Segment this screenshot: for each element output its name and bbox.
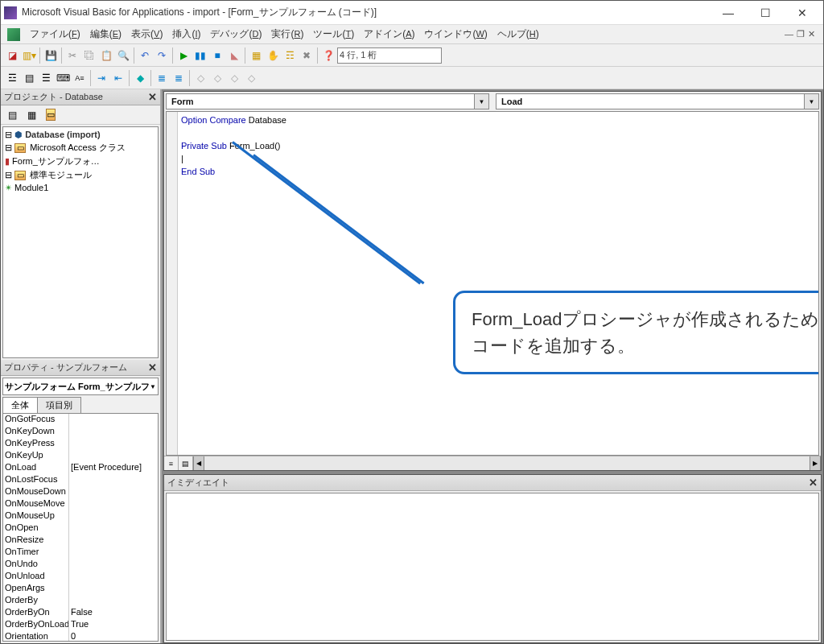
tree-form-item[interactable]: ▮ Form_サンプルフォ… <box>5 155 156 168</box>
tree-project-node[interactable]: ⊟ ⬢ Database (import) <box>5 129 156 141</box>
outdent-button[interactable]: ⇤ <box>110 70 126 86</box>
project-panel-close-button[interactable]: ✕ <box>148 91 157 103</box>
property-row[interactable]: OnOpen <box>3 522 158 535</box>
properties-button[interactable]: ✋ <box>265 47 281 64</box>
menu-tools[interactable]: ツール(T) <box>308 26 359 43</box>
property-value[interactable] <box>69 510 158 522</box>
code-editor[interactable]: Option Compare Database Private Sub Form… <box>166 111 819 456</box>
mdi-restore-button[interactable]: ❐ <box>797 29 805 39</box>
property-value[interactable]: [Event Procedure] <box>69 462 158 474</box>
properties-panel-close-button[interactable]: ✕ <box>148 361 157 374</box>
property-value[interactable] <box>69 414 158 426</box>
break-button[interactable]: ▮▮ <box>192 47 208 64</box>
property-row[interactable]: OnGotFocus <box>3 414 158 426</box>
menu-edit[interactable]: 編集(E) <box>85 26 126 43</box>
toolbox-button[interactable]: ✖ <box>299 47 315 64</box>
properties-grid[interactable]: OnGotFocusOnKeyDownOnKeyPressOnKeyUpOnLo… <box>2 413 159 642</box>
object-browser-button[interactable]: ☶ <box>282 47 298 64</box>
property-row[interactable]: OnMouseUp <box>3 510 158 522</box>
quick-info-button[interactable]: ☰ <box>38 70 54 86</box>
menu-window[interactable]: ウインドウ(W) <box>419 26 492 43</box>
undo-button[interactable]: ↶ <box>137 47 153 64</box>
menu-help[interactable]: ヘルプ(H) <box>492 26 544 43</box>
mdi-close-button[interactable]: ✕ <box>808 29 815 39</box>
property-value[interactable] <box>69 559 158 571</box>
list-properties-button[interactable]: ☲ <box>4 70 20 86</box>
bookmark-clear-button[interactable]: ◇ <box>226 70 242 86</box>
property-row[interactable]: OnKeyPress <box>3 438 158 450</box>
minimize-button[interactable]: — <box>717 5 740 21</box>
view-code-button[interactable]: ▤ <box>4 107 20 123</box>
property-row[interactable]: OnUnload <box>3 571 158 583</box>
menu-file[interactable]: ファイル(F) <box>25 26 85 43</box>
property-row[interactable]: OnMouseDown <box>3 486 158 498</box>
property-value[interactable] <box>69 426 158 438</box>
properties-tab-categorized[interactable]: 項目別 <box>38 397 81 413</box>
property-row[interactable]: OnMouseMove <box>3 498 158 510</box>
property-value[interactable] <box>69 535 158 547</box>
parameter-info-button[interactable]: ⌨ <box>55 70 71 86</box>
property-row[interactable]: OnLostFocus <box>3 474 158 486</box>
scroll-left-button[interactable]: ◀ <box>193 456 204 470</box>
immediate-input[interactable] <box>166 493 819 641</box>
bookmark-next-button[interactable]: ◇ <box>192 70 208 86</box>
property-row[interactable]: OnResize <box>3 535 158 547</box>
help-button[interactable]: ❓ <box>320 47 336 64</box>
uncomment-block-button[interactable]: ≣ <box>171 70 187 86</box>
close-button[interactable]: ✕ <box>791 5 814 21</box>
property-value[interactable]: 0 <box>69 631 158 642</box>
procedure-view-button[interactable]: ≡ <box>164 456 179 470</box>
run-button[interactable]: ▶ <box>175 47 192 64</box>
project-explorer-button[interactable]: ▦ <box>248 47 264 64</box>
property-value[interactable] <box>69 595 158 607</box>
property-row[interactable]: OrderByOnLoadTrue <box>3 619 158 631</box>
property-row[interactable]: OnTimer <box>3 547 158 559</box>
comment-block-button[interactable]: ≣ <box>154 70 170 86</box>
horizontal-scrollbar[interactable] <box>204 456 810 470</box>
property-value[interactable] <box>69 498 158 510</box>
property-value[interactable] <box>69 547 158 559</box>
property-row[interactable]: OrderBy <box>3 595 158 607</box>
property-value[interactable] <box>69 450 158 462</box>
bookmark-toggle-button[interactable]: ◆ <box>132 70 148 86</box>
scroll-right-button[interactable]: ▶ <box>810 456 821 470</box>
property-value[interactable] <box>69 522 158 535</box>
tree-module-item[interactable]: ✴ Module1 <box>5 182 156 194</box>
menu-addins[interactable]: アドイン(A) <box>359 26 419 43</box>
property-row[interactable]: OnKeyUp <box>3 450 158 462</box>
immediate-close-button[interactable]: ✕ <box>809 477 818 489</box>
property-row[interactable]: OnUndo <box>3 559 158 571</box>
properties-tab-alphabetic[interactable]: 全体 <box>2 397 38 413</box>
property-row[interactable]: OnKeyDown <box>3 426 158 438</box>
menu-run[interactable]: 実行(R) <box>266 26 308 43</box>
project-tree[interactable]: ⊟ ⬢ Database (import) ⊟ ▭ Microsoft Acce… <box>2 126 159 358</box>
property-value[interactable] <box>69 486 158 498</box>
menu-debug[interactable]: デバッグ(D) <box>205 26 266 43</box>
property-value[interactable] <box>69 474 158 486</box>
property-row[interactable]: OpenArgs <box>3 583 158 595</box>
bookmark-all-button[interactable]: ◇ <box>243 70 259 86</box>
list-constants-button[interactable]: ▤ <box>21 70 37 86</box>
find-button[interactable]: 🔍 <box>115 47 131 64</box>
property-row[interactable]: OrderByOnFalse <box>3 607 158 619</box>
complete-word-button[interactable]: A≡ <box>72 70 88 86</box>
menu-view[interactable]: 表示(V) <box>126 26 167 43</box>
cut-button[interactable]: ✂ <box>64 47 80 64</box>
save-button[interactable]: 💾 <box>43 47 59 64</box>
tree-modules-folder[interactable]: ⊟ ▭ 標準モジュール <box>5 168 156 182</box>
object-combo[interactable]: Form▼ <box>166 93 489 109</box>
design-mode-button[interactable]: ◣ <box>226 47 242 64</box>
insert-module-button[interactable]: ▥▾ <box>21 47 37 64</box>
property-value[interactable] <box>69 571 158 583</box>
view-object-button[interactable]: ▦ <box>23 107 39 123</box>
copy-button[interactable]: ⿻ <box>81 47 97 64</box>
properties-object-combo[interactable]: サンプルフォーム Form_サンプルフ ▼ <box>2 378 159 395</box>
reset-button[interactable]: ■ <box>209 47 225 64</box>
bookmark-prev-button[interactable]: ◇ <box>209 70 225 86</box>
property-value[interactable]: False <box>69 607 158 619</box>
menu-insert[interactable]: 挿入(I) <box>167 26 205 43</box>
procedure-combo[interactable]: Load▼ <box>496 93 819 109</box>
toggle-folders-button[interactable]: ▭ <box>43 107 59 123</box>
property-value[interactable] <box>69 583 158 595</box>
mdi-minimize-button[interactable]: — <box>785 29 793 39</box>
